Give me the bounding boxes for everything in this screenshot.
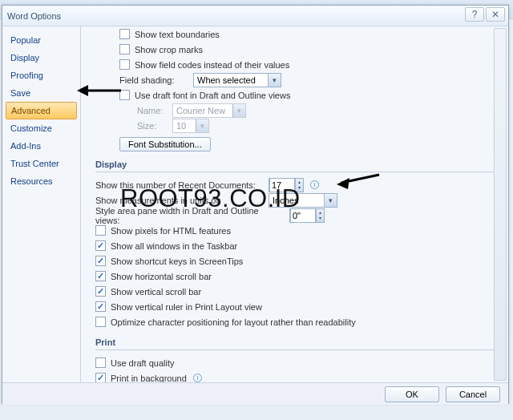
dialog-footer: OK Cancel <box>2 382 508 405</box>
option-label: Show all windows in the Taskbar <box>111 241 237 251</box>
checkbox[interactable] <box>95 286 106 297</box>
titlebar: Word Options ? ✕ <box>2 6 508 26</box>
chevron-down-icon <box>324 194 337 207</box>
input-recent-docs[interactable] <box>270 180 294 191</box>
options-content: Show text boundaries Show crop marks Sho… <box>81 26 508 382</box>
combo-font-name: Courier New <box>172 103 246 118</box>
sidebar-item-save[interactable]: Save <box>2 84 80 102</box>
cancel-button[interactable]: Cancel <box>446 386 500 402</box>
lbl-draft-font: Use draft font in Draft and Outline view… <box>135 91 290 100</box>
lbl-units: Show measurements in units of: <box>95 196 264 205</box>
option-label: Print in background <box>111 374 187 383</box>
info-icon: i <box>193 374 202 382</box>
option-row: Print in backgroundi <box>95 370 499 382</box>
lbl-field-shading: Field shading: <box>119 75 188 85</box>
checkbox[interactable] <box>95 240 106 251</box>
chk-draft-font[interactable] <box>119 90 130 100</box>
spin-recent-docs[interactable]: ▴▾ <box>269 178 304 192</box>
chk-field-codes[interactable] <box>119 59 130 70</box>
chk-crop-marks[interactable] <box>119 44 130 55</box>
chevron-down-icon <box>232 104 245 117</box>
checkbox[interactable] <box>95 225 106 236</box>
section-display-header: Display <box>95 158 499 172</box>
chk-text-boundaries[interactable] <box>119 29 130 39</box>
lbl-text-boundaries: Show text boundaries <box>135 30 220 39</box>
lbl-recent-docs: Show this number of Recent Documents: <box>95 180 264 190</box>
option-row: Show shortcut keys in ScreenTips <box>95 253 499 269</box>
ok-button[interactable]: OK <box>385 386 439 402</box>
spinner-arrows-icon: ▴▾ <box>316 209 324 222</box>
sidebar-item-customize[interactable]: Customize <box>2 119 80 137</box>
sidebar-item-trust-center[interactable]: Trust Center <box>2 155 80 172</box>
help-button[interactable]: ? <box>465 7 484 22</box>
lbl-field-codes: Show field codes instead of their values <box>135 60 289 70</box>
sidebar-item-advanced[interactable]: Advanced <box>6 102 77 119</box>
lbl-style-area: Style area pane width in Draft and Outli… <box>95 206 285 225</box>
option-label: Optimize character positioning for layou… <box>111 317 356 327</box>
checkbox[interactable] <box>95 256 106 266</box>
lbl-font-size: Size: <box>137 121 168 131</box>
option-row: Show horizontal scroll bar <box>95 269 499 284</box>
sidebar: PopularDisplayProofingSaveAdvancedCustom… <box>2 26 81 382</box>
close-button[interactable]: ✕ <box>486 7 505 22</box>
info-icon: i <box>310 180 319 189</box>
section-print-header: Print <box>95 336 499 350</box>
combo-font-size: 10 <box>172 119 209 133</box>
sidebar-item-proofing[interactable]: Proofing <box>2 67 80 84</box>
option-label: Use draft quality <box>111 358 174 368</box>
chevron-down-icon <box>196 119 208 132</box>
option-label: Show vertical scroll bar <box>111 287 201 297</box>
option-row: Show pixels for HTML features <box>95 223 499 238</box>
font-substitution-button[interactable]: Font Substitution... <box>119 137 211 151</box>
dialog-title: Word Options <box>7 11 61 21</box>
option-row: Use draft quality <box>95 355 499 370</box>
input-style-area[interactable] <box>291 210 315 221</box>
word-options-dialog: Word Options ? ✕ PopularDisplayProofingS… <box>2 5 509 404</box>
sidebar-item-popular[interactable]: Popular <box>2 31 80 49</box>
option-row: Optimize character positioning for layou… <box>95 314 499 329</box>
option-row: Show vertical scroll bar <box>95 284 499 299</box>
checkbox[interactable] <box>95 373 106 382</box>
spin-style-area[interactable]: ▴▾ <box>289 208 325 223</box>
sidebar-item-add-ins[interactable]: Add-Ins <box>2 137 80 155</box>
combo-field-shading[interactable]: When selected <box>193 73 281 87</box>
option-label: Show shortcut keys in ScreenTips <box>111 256 243 266</box>
option-row: Show vertical ruler in Print Layout view <box>95 299 499 314</box>
checkbox[interactable] <box>95 357 106 368</box>
sidebar-item-display[interactable]: Display <box>2 49 80 67</box>
sidebar-item-resources[interactable]: Resources <box>2 172 80 190</box>
option-label: Show horizontal scroll bar <box>111 272 212 281</box>
option-label: Show pixels for HTML features <box>111 226 231 236</box>
checkbox[interactable] <box>95 301 106 312</box>
chevron-down-icon <box>268 74 281 87</box>
option-label: Show vertical ruler in Print Layout view <box>111 302 262 312</box>
checkbox[interactable] <box>95 271 106 281</box>
option-row: Show all windows in the Taskbar <box>95 238 499 253</box>
checkbox[interactable] <box>95 317 106 327</box>
spinner-arrows-icon: ▴▾ <box>295 179 303 192</box>
lbl-crop-marks: Show crop marks <box>135 45 203 55</box>
lbl-font-name: Name: <box>137 106 168 115</box>
